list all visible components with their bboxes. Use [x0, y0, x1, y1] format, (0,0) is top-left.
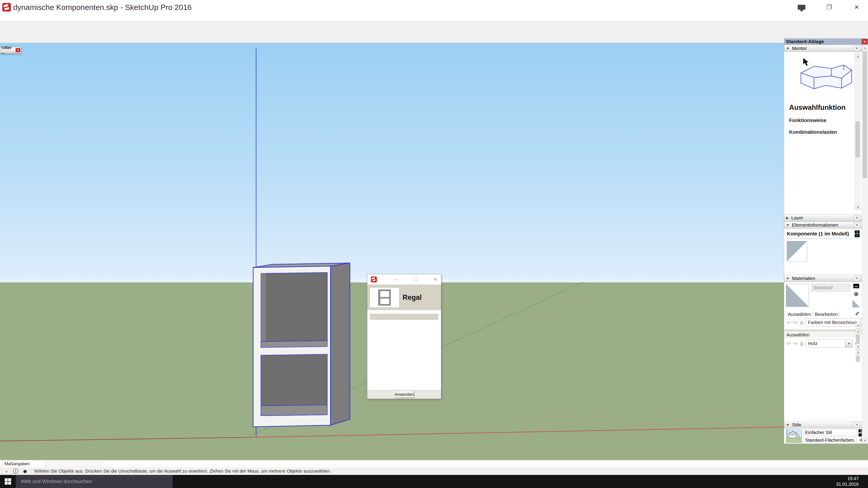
section-title: Stile: [792, 422, 801, 427]
section-title: Layer: [792, 215, 803, 221]
scroll-thumb[interactable]: [863, 52, 867, 178]
eyedropper-icon[interactable]: ✐: [855, 311, 860, 317]
back-arrow-icon[interactable]: ⇦: [786, 319, 791, 326]
close-button[interactable]: ✕: [852, 3, 862, 12]
maximize-button[interactable]: ❐: [824, 3, 834, 12]
display-secondary-pane-icon[interactable]: ▬: [853, 284, 859, 288]
shelf-middle-shelf-top: [261, 341, 327, 348]
start-button[interactable]: [0, 475, 16, 488]
large-toolset-palette[interactable]: roßer ... ✕: [0, 47, 21, 54]
scroll-up-arrow[interactable]: ∧: [862, 45, 868, 51]
section-header-entity-info[interactable]: ▼ Elementinformationen ✕: [784, 221, 862, 229]
toolbar-standard: [0, 21, 868, 32]
scroll-thumb[interactable]: [855, 121, 860, 158]
section-close-button[interactable]: ✕: [854, 275, 860, 281]
palette-titlebar[interactable]: roßer ... ✕: [0, 47, 21, 53]
pane-divider[interactable]: [784, 330, 862, 331]
section-header-mentor[interactable]: ▼ Mentor ✕: [784, 45, 862, 52]
materials-panel: Standard ▬ ⊕ Auswählen Bearbeiten ✐ ⇦ ⇨ …: [784, 282, 862, 421]
forward-arrow-icon[interactable]: ⇨: [793, 340, 798, 347]
dialog-minimize-button[interactable]: —: [393, 276, 398, 283]
component-preview-swatch: [787, 241, 807, 261]
default-tray: Standard-Ablage ✕ ▼ Mentor ✕ Auswahlfunk…: [784, 38, 868, 444]
detach-icon[interactable]: ▼: [855, 230, 860, 234]
scroll-up-arrow[interactable]: ∧: [856, 350, 861, 355]
detach-icon[interactable]: ▼: [859, 429, 862, 432]
section-header-layer[interactable]: ▶ Layer ✕: [784, 214, 862, 221]
geolocation-icon[interactable]: ◑: [3, 468, 9, 475]
dialog-maximize-button[interactable]: □: [414, 276, 417, 283]
red-axis-negative: [0, 437, 247, 441]
advanced-attributes-icon[interactable]: ＋: [855, 234, 860, 237]
claim-icon[interactable]: ☻: [22, 468, 29, 475]
section-close-button[interactable]: ✕: [854, 422, 860, 427]
update-style-icon[interactable]: ❖: [859, 437, 862, 443]
home-icon[interactable]: ⌂: [800, 340, 803, 347]
scroll-down-arrow[interactable]: ∨: [855, 204, 861, 210]
scroll-up-arrow[interactable]: ∧: [856, 328, 861, 334]
collapse-arrow[interactable]: ▼: [786, 423, 789, 427]
home-icon[interactable]: ⌂: [800, 319, 803, 326]
material-sample-swatch[interactable]: [852, 300, 860, 307]
shelf-upper-compartment: [261, 272, 327, 341]
scroll-down-arrow[interactable]: ∨: [856, 323, 861, 328]
section-header-styles[interactable]: ▼ Stile ✕: [784, 421, 862, 428]
dialog-close-button[interactable]: ✕: [433, 276, 437, 283]
tab-edit[interactable]: Bearbeiten: [813, 312, 839, 317]
collapse-arrow[interactable]: ▶: [786, 216, 789, 220]
collapse-arrow[interactable]: ▼: [786, 46, 789, 50]
materials-scrollbar[interactable]: ∧ ∨: [855, 328, 861, 329]
collapse-arrow[interactable]: ▼: [786, 223, 789, 227]
section-close-button[interactable]: ✕: [854, 215, 860, 221]
apply-button[interactable]: Anwenden: [394, 391, 414, 398]
chevron-down-icon[interactable]: ▼: [845, 339, 852, 347]
section-header-materials[interactable]: ▼ Materialien ✕: [784, 275, 862, 282]
section-title: Mentor: [792, 46, 807, 51]
materials-collection-dropdown[interactable]: Farben mit Bezeichnun ▼: [806, 318, 862, 326]
dialog-titlebar[interactable]: — □ ✕: [367, 274, 441, 285]
taskbar-clock[interactable]: 19:47 31.01.2016: [834, 476, 861, 487]
component-thumbnail: [370, 287, 399, 308]
shelf-component[interactable]: [253, 263, 350, 427]
scroll-down-arrow[interactable]: ∨: [862, 437, 868, 443]
scroll-up-arrow[interactable]: ∧: [855, 54, 861, 59]
credits-icon[interactable]: ⓘ: [12, 468, 19, 475]
collapse-arrow[interactable]: ▼: [786, 276, 789, 280]
window-title: dynamische Komponenten.skp - SketchUp Pr…: [13, 3, 192, 12]
back-arrow-icon[interactable]: ⇦: [786, 340, 791, 347]
taskbar-search-box[interactable]: Web und Windows durchsuchen: [16, 475, 173, 488]
search-placeholder: Web und Windows durchsuchen: [21, 479, 92, 484]
forward-arrow-icon[interactable]: ⇨: [793, 319, 798, 326]
section-close-button[interactable]: ✕: [854, 222, 860, 228]
toolbar-grip[interactable]: [2, 461, 2, 466]
measurement-toolbar: Maßangaben: [0, 460, 868, 468]
create-material-icon[interactable]: ⊕: [854, 291, 859, 297]
wood-scrollbar[interactable]: ∧ ∨: [855, 349, 861, 350]
scroll-thumb[interactable]: [856, 356, 860, 362]
sketchup-icon: [371, 276, 377, 283]
tray-scrollbar[interactable]: ∧ ∨: [862, 45, 868, 444]
style-description-field[interactable]: Standard-Flächenfarben.: [804, 437, 857, 443]
materials-collection-dropdown-2[interactable]: Holz ▼: [806, 339, 853, 348]
tray-close-button[interactable]: ✕: [862, 39, 868, 44]
material-name-field[interactable]: Standard: [811, 284, 850, 291]
style-name-field[interactable]: Einfacher Stil: [804, 429, 857, 436]
minimize-button[interactable]: [797, 3, 807, 12]
scroll-down-arrow[interactable]: ∨: [856, 344, 861, 350]
mentor-combo-title: Kombinationstasten: [789, 129, 862, 135]
styles-panel: Einfacher Stil Standard-Flächenfarben. ▼…: [784, 428, 862, 443]
mentor-func-title: Funktionsweise: [789, 118, 862, 123]
section-close-button[interactable]: ✕: [854, 46, 860, 51]
tray-titlebar[interactable]: Standard-Ablage ✕: [784, 38, 868, 45]
measurement-input[interactable]: [45, 461, 101, 467]
section-title: Elementinformationen: [792, 222, 838, 228]
mentor-scrollbar[interactable]: ∧ ∨: [855, 53, 861, 210]
create-style-icon[interactable]: ＋: [859, 433, 862, 436]
windows-taskbar: Web und Windows durchsuchen 19:47 31.01.…: [0, 475, 868, 488]
red-axis: [247, 427, 784, 437]
component-options-dialog[interactable]: — □ ✕ Regal Anwenden: [367, 274, 441, 399]
tab-select[interactable]: Auswählen: [786, 312, 813, 317]
minimize-icon: [798, 5, 805, 10]
window-titlebar: dynamische Komponenten.skp - SketchUp Pr…: [0, 0, 868, 14]
palette-close-button[interactable]: ✕: [16, 48, 20, 52]
